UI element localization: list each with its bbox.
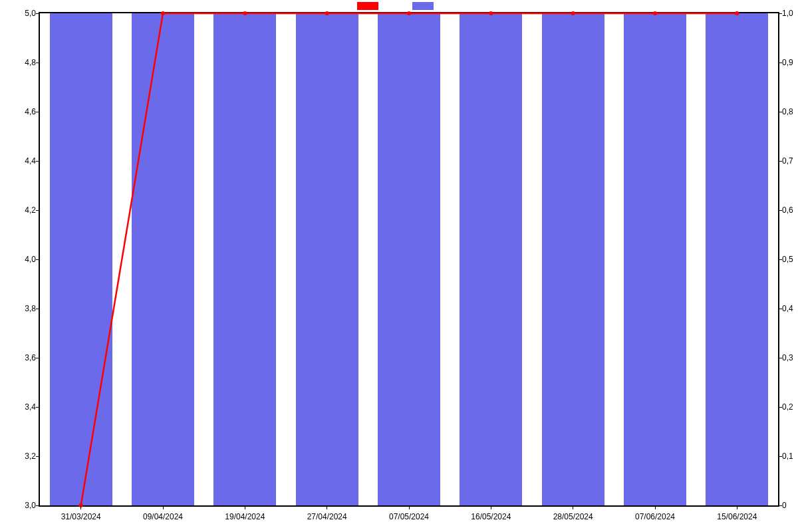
x-tick-label: 31/03/2024 <box>61 505 101 521</box>
svg-point-4 <box>407 11 411 15</box>
y-left-tick-label: 5,0 <box>25 9 40 18</box>
y-left-tick-label: 4,2 <box>25 205 40 215</box>
y-right-tick-label: 0,2 <box>778 402 793 412</box>
x-tick-label: 09/04/2024 <box>143 505 183 521</box>
y-left-tick-label: 4,0 <box>25 255 40 264</box>
svg-point-6 <box>571 11 575 15</box>
y-right-tick-label: 0,7 <box>778 156 793 166</box>
x-tick-label: 27/04/2024 <box>307 505 347 521</box>
y-right-tick-label: 0,5 <box>778 255 793 264</box>
x-tick-label: 07/06/2024 <box>635 505 675 521</box>
y-left-tick-label: 3,8 <box>25 304 40 313</box>
y-right-tick-label: 0,4 <box>778 304 793 313</box>
line-series <box>40 13 778 505</box>
x-tick-label: 19/04/2024 <box>225 505 265 521</box>
legend-swatch-red <box>357 2 378 10</box>
y-right-tick-label: 0,8 <box>778 107 793 116</box>
y-right-tick-label: 0,9 <box>778 58 793 67</box>
svg-point-5 <box>489 11 493 15</box>
y-left-tick-label: 3,4 <box>25 402 40 412</box>
y-right-tick-label: 0,6 <box>778 205 793 215</box>
x-tick-label: 15/06/2024 <box>717 505 757 521</box>
y-left-tick-label: 4,4 <box>25 156 40 166</box>
svg-point-8 <box>735 11 739 15</box>
y-right-tick-label: 0 <box>778 501 787 510</box>
y-left-tick-label: 3,6 <box>25 353 40 362</box>
legend-entry-bar <box>412 1 441 10</box>
legend <box>0 0 798 10</box>
x-tick-label: 07/05/2024 <box>389 505 429 521</box>
y-left-tick-label: 4,6 <box>25 107 40 116</box>
legend-entry-line <box>357 1 386 10</box>
y-left-tick-label: 4,8 <box>25 58 40 67</box>
svg-point-1 <box>161 11 165 15</box>
svg-point-2 <box>243 11 247 15</box>
legend-swatch-blue <box>412 2 434 10</box>
x-tick-label: 16/05/2024 <box>471 505 511 521</box>
x-tick-label: 28/05/2024 <box>553 505 593 521</box>
svg-point-3 <box>325 11 329 15</box>
y-right-tick-label: 1,0 <box>778 9 793 18</box>
y-left-tick-label: 3,0 <box>25 501 40 510</box>
y-left-tick-label: 3,2 <box>25 452 40 461</box>
y-right-tick-label: 0,1 <box>778 452 793 461</box>
plot-area: 31/03/202409/04/202419/04/202427/04/2024… <box>40 13 778 505</box>
svg-point-7 <box>653 11 657 15</box>
y-right-tick-label: 0,3 <box>778 353 793 362</box>
